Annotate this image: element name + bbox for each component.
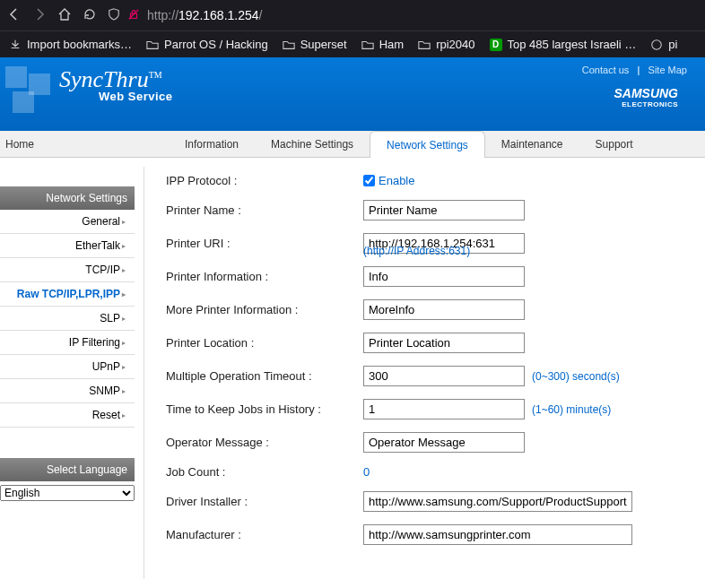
sitemap-link[interactable]: Site Map xyxy=(648,65,687,75)
timeout-label: Multiple Operation Timeout : xyxy=(166,369,363,383)
driver-input[interactable] xyxy=(363,491,632,512)
printer-uri-label: Printer URI : xyxy=(166,237,363,250)
history-hint: (1~60) minute(s) xyxy=(532,403,611,416)
browser-toolbar: http://192.168.1.254/ xyxy=(0,0,705,30)
printer-name-label: Printer Name : xyxy=(166,203,363,217)
main-form: IPP Protocol : Enable Printer Name : Pri… xyxy=(144,167,705,579)
operator-input[interactable] xyxy=(363,432,525,453)
sidebar-item-general[interactable]: General▸ xyxy=(0,210,135,234)
svg-point-2 xyxy=(652,39,662,49)
manufacturer-label: Manufacturer : xyxy=(166,528,363,541)
printer-info-label: Printer Information : xyxy=(166,270,363,283)
bookmark-folder[interactable]: Parrot OS / Hacking xyxy=(143,35,272,54)
bookmarks-bar: Import bookmarks… Parrot OS / Hacking Su… xyxy=(0,30,705,57)
samsung-logo: SAMSUNG ELECTRONICS xyxy=(614,86,678,108)
main-nav: Home Information Machine Settings Networ… xyxy=(0,131,705,158)
sidebar-item-ethertalk[interactable]: EtherTalk▸ xyxy=(0,234,135,258)
driver-label: Driver Installer : xyxy=(166,495,363,508)
more-info-input[interactable] xyxy=(363,299,525,320)
chevron-right-icon: ▸ xyxy=(122,266,126,274)
chevron-right-icon: ▸ xyxy=(122,339,126,347)
chevron-right-icon: ▸ xyxy=(122,363,126,371)
sidebar: Network Settings General▸ EtherTalk▸ TCP… xyxy=(0,158,135,579)
bookmark-link[interactable]: DTop 485 largest Israeli … xyxy=(486,35,640,54)
bookmark-folder[interactable]: Ham xyxy=(358,35,407,54)
bookmark-link[interactable]: pi xyxy=(647,35,681,54)
language-title: Select Language xyxy=(0,458,135,481)
nav-machine-settings[interactable]: Machine Settings xyxy=(255,131,370,157)
sidebar-item-slp[interactable]: SLP▸ xyxy=(0,307,135,331)
location-label: Printer Location : xyxy=(166,336,363,350)
chevron-right-icon: ▸ xyxy=(122,290,126,298)
logo-icon xyxy=(5,66,52,113)
chevron-right-icon: ▸ xyxy=(122,218,126,226)
bookmark-folder[interactable]: rpi2040 xyxy=(414,35,478,54)
printer-info-input[interactable] xyxy=(363,266,525,287)
sidebar-item-rawtcpip[interactable]: Raw TCP/IP,LPR,IPP▸ xyxy=(0,282,135,307)
jobcount-value: 0 xyxy=(363,465,370,479)
operator-label: Operator Message : xyxy=(166,436,363,449)
logo: SyncThruTM Web Service xyxy=(5,66,173,113)
enable-label: Enable xyxy=(379,174,414,187)
contact-link[interactable]: Contact us xyxy=(582,65,630,75)
manufacturer-input[interactable] xyxy=(363,524,632,545)
timeout-hint: (0~300) second(s) xyxy=(532,370,620,383)
chevron-right-icon: ▸ xyxy=(122,242,126,250)
sidebar-item-reset[interactable]: Reset▸ xyxy=(0,403,135,428)
history-input[interactable] xyxy=(363,399,525,419)
timeout-input[interactable] xyxy=(363,366,525,386)
url-bar[interactable]: http://192.168.1.254/ xyxy=(108,8,698,23)
header-top-links: Contact us | Site Map xyxy=(582,65,687,75)
nav-support[interactable]: Support xyxy=(579,131,649,157)
chevron-right-icon: ▸ xyxy=(122,411,126,419)
history-label: Time to Keep Jobs in History : xyxy=(166,402,363,416)
nav-network-settings[interactable]: Network Settings xyxy=(370,131,485,158)
ipp-enable-checkbox[interactable] xyxy=(363,175,375,186)
chevron-right-icon: ▸ xyxy=(122,315,126,323)
import-bookmarks[interactable]: Import bookmarks… xyxy=(5,35,135,54)
home-icon[interactable] xyxy=(57,7,72,24)
url-text: http://192.168.1.254/ xyxy=(147,8,262,22)
printer-name-input[interactable] xyxy=(363,200,525,220)
sidebar-item-snmp[interactable]: SNMP▸ xyxy=(0,379,135,403)
sidebar-item-ipfiltering[interactable]: IP Filtering▸ xyxy=(0,331,135,355)
back-icon[interactable] xyxy=(7,7,22,24)
page-header: Contact us | Site Map SyncThruTM Web Ser… xyxy=(0,57,705,131)
more-info-label: More Printer Information : xyxy=(166,303,363,316)
jobcount-label: Job Count : xyxy=(166,465,363,479)
ipp-protocol-label: IPP Protocol : xyxy=(166,174,363,187)
nav-information[interactable]: Information xyxy=(169,131,255,157)
lock-insecure-icon xyxy=(127,8,140,23)
sidebar-item-upnp[interactable]: UPnP▸ xyxy=(0,355,135,379)
reload-icon[interactable] xyxy=(83,7,97,24)
chevron-right-icon: ▸ xyxy=(122,387,126,395)
location-input[interactable] xyxy=(363,333,525,353)
forward-icon[interactable] xyxy=(32,7,47,24)
nav-home[interactable]: Home xyxy=(0,131,50,157)
shield-icon xyxy=(108,8,120,23)
sidebar-item-tcpip[interactable]: TCP/IP▸ xyxy=(0,258,135,282)
sidebar-title: Network Settings xyxy=(0,186,135,210)
language-select[interactable]: English xyxy=(0,485,135,501)
bookmark-folder[interactable]: Superset xyxy=(279,35,351,54)
nav-maintenance[interactable]: Maintenance xyxy=(485,131,579,157)
